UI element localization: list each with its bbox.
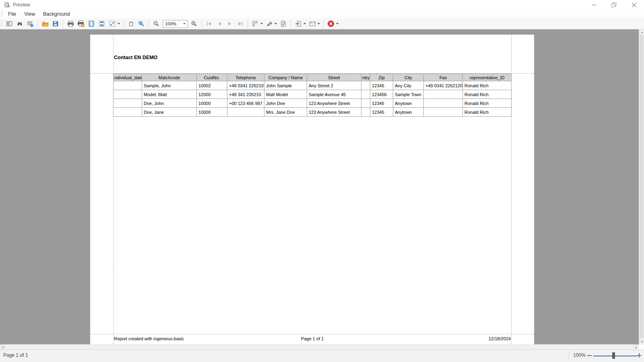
menu-background[interactable]: Background (39, 10, 74, 18)
table-cell: +49 0341 2262120 (424, 81, 463, 90)
highlight-icon[interactable] (264, 19, 274, 29)
toolbar-drag-handle[interactable] (1, 21, 2, 27)
multi-page-view-dropdown[interactable] (260, 19, 264, 29)
table-cell: 12345 (370, 108, 393, 117)
email-dropdown[interactable] (318, 19, 321, 29)
menu-file[interactable]: File (4, 10, 20, 18)
table-cell (114, 81, 142, 90)
zoom-combobox[interactable]: 100% (163, 20, 188, 28)
table-cell: Any City (393, 81, 424, 90)
table-cell: +49 341 226210 (227, 90, 264, 99)
scroll-up-icon[interactable] (639, 29, 644, 35)
close-preview-icon[interactable] (326, 19, 336, 29)
menubar-drag-handle[interactable] (1, 11, 2, 17)
report-title: Contact EN DEMO (114, 55, 157, 60)
column-header: ntry (361, 74, 370, 81)
table-cell: Ronald Rich (463, 90, 512, 99)
toolbar-separator (149, 20, 149, 28)
table-cell: 10000 (197, 108, 227, 117)
scroll-down-icon[interactable] (639, 339, 644, 344)
table-cell: Ronald Rich (463, 108, 512, 117)
page-header-footer-icon[interactable] (97, 19, 107, 29)
preview-window: Preview File View Background (0, 0, 644, 362)
table-cell (361, 81, 370, 90)
zoom-in-icon[interactable] (189, 19, 199, 29)
table-cell: 123456 (370, 90, 393, 99)
toolbar-separator (323, 20, 324, 28)
export-icon[interactable] (293, 19, 303, 29)
column-header: Zip (370, 74, 393, 81)
binoculars-find-icon[interactable] (15, 19, 25, 29)
toolbar-separator (63, 20, 63, 28)
preview-app-icon (4, 2, 10, 8)
toolbar-separator (201, 20, 202, 28)
page-margins-icon[interactable] (87, 19, 96, 29)
close-button[interactable] (624, 0, 644, 10)
statusbar-zoom-value: 100% (573, 352, 586, 358)
zoom-slider-track[interactable] (593, 356, 637, 356)
fit-to-window-icon[interactable] (107, 19, 117, 29)
column-header: Company / Name (264, 74, 307, 81)
close-preview-dropdown[interactable] (336, 19, 340, 29)
table-cell: Matt Model (264, 90, 307, 99)
toolbar: 100% (0, 19, 644, 29)
email-icon[interactable] (308, 19, 317, 29)
table-body: Sample, John10002+49 0341 226210John Sam… (114, 81, 512, 117)
table-cell: Sample Town (393, 90, 424, 99)
fit-to-window-dropdown[interactable] (118, 19, 121, 29)
table-cell: 12345 (370, 81, 393, 90)
status-bar: Page 1 of 1 100% (0, 350, 644, 362)
toolbar-separator (248, 20, 248, 28)
window-title: Preview (13, 2, 30, 8)
table-row: Model, Matt12000+49 341 226210Matt Model… (114, 90, 512, 99)
footer-date: 12/18/2019 (489, 336, 511, 341)
zoom-out-icon[interactable] (151, 19, 161, 29)
print-icon[interactable] (66, 19, 75, 29)
table-cell (227, 108, 264, 117)
horizontal-scrollbar[interactable] (0, 344, 639, 350)
table-cell: John Sample (264, 81, 307, 90)
multi-page-view-icon[interactable] (250, 19, 260, 29)
report-design-icon[interactable] (279, 19, 288, 29)
zoom-combobox-value: 100% (163, 21, 183, 26)
previous-page-icon[interactable] (215, 19, 224, 29)
menu-view[interactable]: View (20, 10, 39, 18)
table-cell: 12345 (370, 99, 393, 108)
statusbar-page-info: Page 1 of 1 (3, 352, 28, 358)
table-cell (114, 108, 142, 117)
vertical-scrollbar[interactable] (639, 29, 644, 344)
open-folder-icon[interactable] (40, 19, 50, 29)
table-row: Doe, Jane10000Mrs. Jane Doe123 Anywhere … (114, 108, 512, 117)
table-cell (114, 99, 142, 108)
zoom-slider-handle[interactable] (612, 352, 615, 359)
zoom-slider-minus-icon[interactable] (587, 355, 592, 356)
vertical-scroll-thumb[interactable] (640, 35, 644, 338)
export-dropdown[interactable] (303, 19, 307, 29)
table-cell: Doe, Jane (142, 108, 197, 117)
last-page-icon[interactable] (235, 19, 245, 29)
zoom-slider-plus-icon[interactable] (637, 353, 641, 358)
table-cell: Sample, John (142, 81, 197, 90)
table-cell (361, 90, 370, 99)
table-cell (114, 90, 142, 99)
page-footer: Report created with ingenious.basic Page… (113, 336, 512, 343)
table-options-icon[interactable] (25, 19, 35, 29)
page-layout-icon[interactable] (4, 19, 14, 29)
table-cell: 123 Anywhere Street (307, 108, 361, 117)
table-cell (424, 99, 463, 108)
title-bar: Preview (0, 0, 644, 10)
report-page: Contact EN DEMO ndividual_dateMatchcodeC… (90, 35, 534, 344)
save-icon[interactable] (51, 19, 60, 29)
minimize-button[interactable] (584, 0, 604, 10)
zoom-mode-icon[interactable] (136, 19, 146, 29)
table-row: Sample, John10002+49 0341 226210John Sam… (114, 81, 512, 90)
highlight-dropdown[interactable] (275, 19, 278, 29)
pan-hand-icon[interactable] (126, 19, 136, 29)
print-setup-icon[interactable] (76, 19, 86, 29)
next-page-icon[interactable] (225, 19, 235, 29)
column-header: Fax (424, 74, 463, 81)
column-header: ndividual_date (114, 74, 142, 81)
restore-button[interactable] (604, 0, 624, 10)
table-cell: Model, Matt (142, 90, 197, 99)
first-page-icon[interactable] (204, 19, 214, 29)
